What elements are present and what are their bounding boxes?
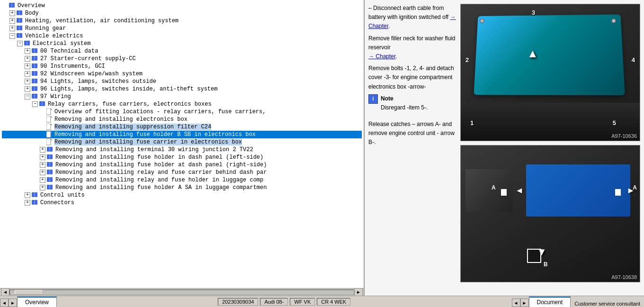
tree-item-00[interactable]: + 00 Technical data: [2, 47, 362, 55]
book-icon: [31, 93, 39, 100]
tree-item-removing-fuse-carrier[interactable]: Removing and installing fuse carrier in …: [2, 138, 362, 146]
tree-nav-next[interactable]: ►: [9, 298, 17, 307]
chapter-link-2[interactable]: → Chapter: [368, 53, 395, 60]
scroll-thumb[interactable]: [15, 290, 43, 295]
scroll-right-btn[interactable]: ►: [354, 288, 363, 296]
img1-label-4: 4: [632, 56, 635, 63]
expand-icon[interactable]: +: [25, 79, 30, 84]
tree-item-97[interactable]: − 97 Wiring: [2, 93, 362, 100]
tree-label: Running gear: [25, 25, 66, 32]
images-container: ▲ 3 2 4 1 5 A97-10636: [460, 4, 640, 282]
expand-icon[interactable]: +: [40, 147, 45, 153]
tree-label: 00 Technical data: [40, 48, 98, 54]
doc-icon: [46, 124, 53, 130]
tree-item-running[interactable]: + Running gear: [2, 25, 362, 32]
tree-item-removing-terminal[interactable]: + Removing and installing terminal 30 wi…: [2, 146, 362, 154]
expand-icon[interactable]: +: [25, 56, 30, 62]
tree-item-hvac[interactable]: + Heating, ventilation, air conditioning…: [2, 17, 362, 25]
codes: WF VK: [290, 298, 315, 306]
expand-icon[interactable]: −: [32, 101, 38, 107]
intro-text: – Disconnect earth cable from battery wi…: [368, 4, 456, 31]
tree-item-connectors[interactable]: + Connectors: [2, 199, 362, 207]
expand-icon[interactable]: +: [25, 86, 30, 92]
tab-overview[interactable]: Overview: [17, 297, 57, 307]
intro-label: – Disconnect earth cable from battery wi…: [368, 5, 448, 20]
doc-nav-next[interactable]: ►: [520, 298, 529, 307]
tree-item-removing-fuse-sa[interactable]: + Removing and installing fuse holder A …: [2, 184, 362, 191]
doc-nav-prev[interactable]: ◄: [512, 298, 520, 307]
svg-rect-34: [46, 124, 51, 130]
expand-icon[interactable]: +: [40, 154, 45, 160]
tree-item-27[interactable]: + 27 Starter-current supply-CC: [2, 55, 362, 63]
horizontal-scrollbar[interactable]: ◄ ►: [0, 288, 364, 296]
expand-icon[interactable]: −: [17, 41, 23, 46]
tree-item-92[interactable]: + 92 Windscreen wipe/wash system: [2, 70, 362, 78]
tree-item-relay[interactable]: − Relay carriers, fuse carriers, electro…: [2, 100, 362, 108]
tree-item-96[interactable]: + 96 Lights, lamps, switches inside, ant…: [2, 85, 362, 93]
expand-icon[interactable]: +: [9, 10, 15, 16]
expand-icon[interactable]: +: [25, 71, 30, 77]
tree-item-removing-suppression[interactable]: Removing and installing suppression filt…: [2, 123, 362, 131]
tree-label: Body: [25, 10, 39, 17]
tree-label: Removing and installing fuse holder in d…: [55, 154, 263, 161]
tree-nav-prev[interactable]: ◄: [0, 298, 9, 307]
book-icon: [46, 162, 54, 168]
book-icon: [46, 146, 54, 153]
tree-item-removing-fuse-sb[interactable]: Removing and installing fuse holder B SB…: [2, 131, 362, 138]
note-text: Disregard -item 5-.: [381, 104, 428, 111]
book-icon: [16, 25, 24, 32]
tree-view[interactable]: Overview+ Body+ Heating, ventilation, ai…: [0, 0, 364, 288]
expand-icon[interactable]: +: [25, 192, 30, 198]
svg-rect-40: [46, 139, 51, 145]
tree-item-control[interactable]: + Control units: [2, 191, 362, 199]
expand-icon[interactable]: +: [40, 170, 45, 175]
book-icon: [16, 33, 24, 39]
engine-image-1: ▲ 3 2 4 1 5 A97-10636: [460, 4, 640, 141]
img2-label-B: B: [544, 261, 548, 268]
img1-label-2: 2: [465, 56, 469, 63]
tree-item-body[interactable]: + Body: [2, 9, 362, 17]
note-box: i Note Disregard -item 5-.: [368, 94, 456, 112]
expand-icon[interactable]: +: [9, 26, 15, 31]
tree-item-electrics[interactable]: − Vehicle electrics: [2, 32, 362, 40]
expand-icon[interactable]: +: [25, 200, 30, 206]
tree-item-overview-fitting[interactable]: Overview of fitting locations - relay ca…: [2, 108, 362, 116]
expand-icon[interactable]: +: [25, 63, 30, 69]
svg-rect-28: [46, 108, 51, 115]
doc-icon: [46, 108, 53, 115]
book-icon: [16, 18, 24, 24]
expand-icon[interactable]: +: [40, 185, 45, 190]
tree-item-removing-relay-dash[interactable]: + Removing and installing relay and fuse…: [2, 169, 362, 176]
tree-item-90[interactable]: + 90 Instruments, GCI: [2, 63, 362, 70]
tree-item-removing-fuse-right[interactable]: + Removing and installing fuse holder at…: [2, 161, 362, 169]
tree-label: Overview: [18, 2, 45, 9]
tree-item-electrical[interactable]: − Electrical system: [2, 40, 362, 47]
img1-label-1: 1: [470, 119, 474, 126]
img1-ref: A97-10636: [611, 133, 637, 139]
expand-icon[interactable]: +: [25, 48, 30, 54]
customer-service-label: Customer service consultant: [571, 300, 644, 307]
tree-label: Control units: [40, 192, 85, 199]
scroll-track[interactable]: [9, 289, 354, 295]
tree-item-removing-fuse-left[interactable]: + Removing and installing fuse holder in…: [2, 154, 362, 161]
book-icon: [31, 86, 39, 92]
expand-icon[interactable]: +: [40, 162, 45, 168]
expand-icon[interactable]: −: [25, 94, 30, 99]
left-panel: Overview+ Body+ Heating, ventilation, ai…: [0, 0, 365, 296]
expand-icon[interactable]: −: [9, 33, 15, 39]
note-icon: i: [368, 94, 378, 104]
tree-item-overview[interactable]: Overview: [2, 2, 362, 9]
tree-item-94[interactable]: + 94 Lights, lamps, switches outside: [2, 78, 362, 85]
scroll-left-btn[interactable]: ◄: [1, 288, 9, 296]
doc-icon: [46, 116, 53, 123]
expand-icon[interactable]: +: [40, 177, 45, 183]
tree-item-removing-electronics[interactable]: Removing and installing electronics box: [2, 116, 362, 123]
expand-icon[interactable]: +: [9, 18, 15, 24]
tab-document[interactable]: Document: [529, 297, 571, 307]
tree-item-removing-relay-luggage[interactable]: + Removing and installing relay and fuse…: [2, 176, 362, 184]
tree-label: Removing and installing terminal 30 wiri…: [55, 146, 253, 153]
tree-label: Relay carriers, fuse carriers, electroni…: [48, 101, 212, 108]
tree-label: Removing and installing fuse holder at d…: [55, 162, 267, 168]
bottom-tabs-left: ◄ ► Overview: [0, 296, 57, 307]
book-icon: [31, 55, 39, 62]
